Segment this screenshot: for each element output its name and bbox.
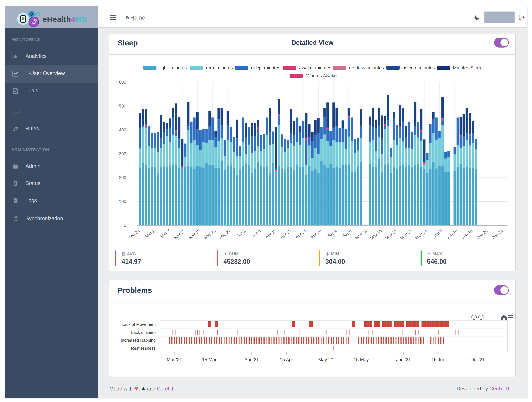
svg-text:May 1: May 1 (325, 228, 337, 239)
svg-text:Jun 5: Jun 5 (432, 228, 443, 238)
svg-text:Apr 6: Apr 6 (251, 228, 262, 238)
svg-text:300: 300 (119, 151, 126, 156)
svg-text:Apr 26: Apr 26 (310, 228, 322, 240)
svg-text:15 May: 15 May (354, 357, 369, 362)
svg-text:Mar 7: Mar 7 (160, 228, 171, 239)
svg-text:Mar '21: Mar '21 (167, 357, 182, 362)
svg-text:Increased Napping: Increased Napping (121, 338, 156, 343)
svg-text:15 Jun: 15 Jun (431, 357, 445, 362)
svg-text:May 16: May 16 (369, 228, 383, 241)
svg-text:Mar 12: Mar 12 (173, 228, 186, 240)
svg-text:Jun 10: Jun 10 (445, 228, 458, 240)
svg-text:Restlessness: Restlessness (131, 346, 156, 351)
svg-text:100: 100 (119, 199, 126, 204)
svg-text:May 21: May 21 (384, 228, 398, 241)
svg-text:Jul '21: Jul '21 (472, 357, 485, 362)
svg-text:Mar 27: Mar 27 (218, 228, 231, 240)
svg-text:Jun '21: Jun '21 (396, 357, 411, 362)
svg-text:Jun 25: Jun 25 (491, 228, 504, 240)
svg-text:600: 600 (119, 80, 126, 85)
svg-text:Apr '21: Apr '21 (244, 357, 259, 362)
svg-text:Mar 2: Mar 2 (145, 228, 156, 239)
svg-text:0: 0 (124, 223, 126, 228)
svg-text:Apr 1: Apr 1 (236, 228, 247, 238)
svg-text:0: 0 (30, 11, 33, 17)
svg-text:Mar 22: Mar 22 (203, 228, 216, 240)
svg-text:Apr 11: Apr 11 (265, 228, 277, 240)
svg-text:200: 200 (119, 175, 126, 180)
svg-text:400: 400 (119, 128, 126, 132)
svg-text:Apr 16: Apr 16 (279, 228, 292, 240)
svg-text:May 26: May 26 (399, 228, 413, 241)
svg-text:Feb 25: Feb 25 (127, 228, 141, 240)
svg-text:Mar 17: Mar 17 (188, 228, 201, 240)
svg-text:15 Apr: 15 Apr (280, 357, 293, 362)
svg-text:15 Mar: 15 Mar (202, 357, 217, 362)
svg-text:May 11: May 11 (354, 228, 368, 240)
svg-text:May 31: May 31 (414, 228, 428, 241)
svg-text:Apr 21: Apr 21 (295, 228, 307, 240)
svg-text:Lack of Movement: Lack of Movement (122, 322, 156, 327)
svg-text:Lack of sleep: Lack of sleep (131, 330, 156, 335)
svg-text:Jun 20: Jun 20 (476, 228, 489, 240)
svg-text:Jun 15: Jun 15 (461, 228, 474, 240)
svg-text:500: 500 (119, 104, 126, 109)
svg-text:May '21: May '21 (318, 357, 334, 362)
svg-text:May 6: May 6 (341, 228, 353, 239)
